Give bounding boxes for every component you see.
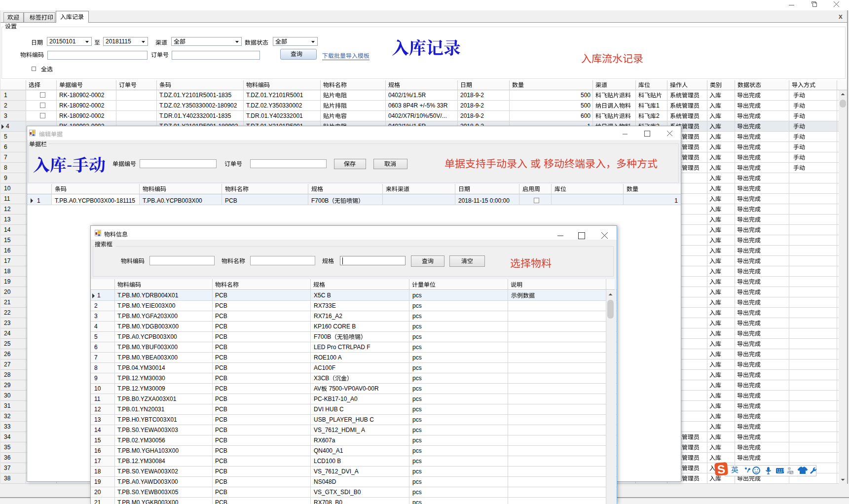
svg-text:17: 17 [790, 471, 793, 474]
svg-text:S: S [717, 462, 726, 476]
